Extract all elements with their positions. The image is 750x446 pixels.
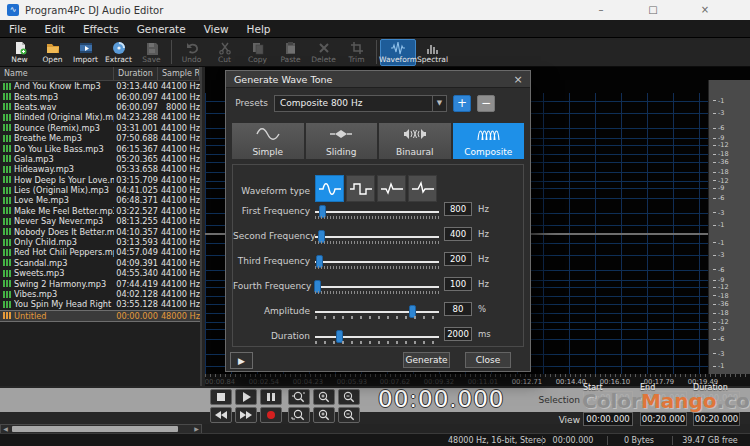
file-row[interactable]: Do You Like Bass.mp306:15.36744100 Hz [0, 143, 200, 153]
slider-track[interactable] [315, 286, 439, 288]
menu-file[interactable]: File [0, 20, 36, 38]
tab-composite[interactable]: Composite [453, 123, 525, 159]
waveform-button[interactable]: Waveform [380, 39, 416, 66]
toolbar-button-label: Open [42, 55, 62, 64]
slider-label: Second Frequency [233, 231, 310, 241]
file-row[interactable]: Vibes.mp304:02.12844100 Hz [0, 289, 200, 299]
import-button[interactable]: Import [69, 39, 102, 66]
file-row[interactable]: Love Me.mp306:48.37144100 Hz [0, 195, 200, 205]
close-button[interactable]: Close [465, 352, 511, 368]
zoom-out-horizontal-button[interactable] [338, 389, 360, 405]
file-name: Beats.wav [14, 102, 114, 112]
status-separator [607, 436, 608, 445]
column-header-name[interactable]: Name [0, 67, 114, 80]
column-header-duration[interactable]: Duration [114, 67, 158, 80]
slider-track[interactable] [315, 336, 439, 338]
time-ruler-label: 00:12.71 [512, 378, 542, 386]
dialog-title-bar[interactable]: Generate Wave Tone × [226, 71, 530, 88]
zoom-out-vertical-button[interactable] [338, 407, 360, 423]
slider-track[interactable] [315, 261, 439, 263]
file-row[interactable]: Scandal.mp304:09.39144100 Hz [0, 258, 200, 268]
file-row[interactable]: Blinded (Original Mix).mp304:23.28844100… [0, 112, 200, 122]
pulse-wave-type-icon[interactable] [408, 175, 437, 202]
scroll-left-arrow-icon[interactable]: ◀ [1, 425, 10, 433]
file-row[interactable]: Breathe Me.mp307:50.68844100 Hz [0, 133, 200, 143]
file-row[interactable]: How Deep Is Your Love.mp303:15.70944100 … [0, 175, 200, 185]
column-header-sample-rate[interactable]: Sample R [158, 67, 200, 80]
maximize-window-button[interactable]: □ [644, 1, 662, 18]
copy-pages-icon [251, 40, 265, 54]
file-row[interactable]: Make Me Feel Better.mp303:22.52744100 Hz [0, 206, 200, 216]
tab-sliding[interactable]: Sliding [306, 123, 378, 159]
view-start-field[interactable]: 00:00.000 [583, 412, 633, 426]
new-button[interactable]: New [3, 39, 36, 66]
record-button[interactable] [260, 407, 282, 423]
file-row[interactable]: Swing 2 Harmony.mp307:44.41944100 Hz [0, 278, 200, 288]
play-button[interactable] [235, 389, 257, 405]
add-preset-button[interactable]: + [453, 95, 471, 112]
file-row[interactable]: Untitled00:00.00048000 Hz [0, 310, 200, 322]
slider-value-field[interactable]: 800 [444, 202, 472, 216]
file-sample-rate: 44100 Hz [158, 175, 200, 185]
file-name: Nobody Does It Better.mp3 [14, 227, 114, 237]
slider-track[interactable] [315, 211, 439, 213]
presets-dropdown[interactable]: Composite 800 Hz ▼ [274, 95, 447, 112]
file-row[interactable]: Beats.wav06:00.0978000 Hz [0, 102, 200, 112]
slider-value-field[interactable]: 100 [444, 277, 472, 291]
zoom-selection-button[interactable] [288, 389, 310, 405]
spectral-button[interactable]: Spectral [416, 39, 449, 66]
menu-help[interactable]: Help [238, 20, 280, 38]
menu-view[interactable]: View [195, 20, 238, 38]
status-segment: 00:00.000 [553, 436, 594, 445]
stop-button[interactable] [210, 389, 232, 405]
file-row[interactable]: Nobody Does It Better.mp304:10.35744100 … [0, 226, 200, 236]
preview-play-button[interactable]: ▶ [230, 352, 253, 369]
file-row[interactable]: Gala.mp305:20.36544100 Hz [0, 154, 200, 164]
spike-wave-type-icon[interactable] [377, 175, 406, 202]
file-row[interactable]: Beats.mp306:00.09744100 Hz [0, 91, 200, 101]
slider-value-field[interactable]: 400 [444, 227, 472, 241]
slider-value-field[interactable]: 80 [444, 302, 472, 316]
tab-simple[interactable]: Simple [232, 123, 304, 159]
slider-value-field[interactable]: 200 [444, 252, 472, 266]
menu-effects[interactable]: Effects [74, 20, 128, 38]
extract-button[interactable]: Extract [102, 39, 135, 66]
toolbar-button-label: New [11, 55, 27, 64]
rewind-button[interactable] [210, 407, 232, 423]
file-row[interactable]: You Spin My Head Right Round...03:55.128… [0, 299, 200, 309]
generate-button[interactable]: Generate [403, 352, 450, 368]
file-row[interactable]: Hideaway.mp305:33.65844100 Hz [0, 164, 200, 174]
open-button[interactable]: Open [36, 39, 69, 66]
tab-binaural[interactable]: Binaural [379, 123, 451, 159]
fast-forward-button[interactable] [235, 407, 257, 423]
menu-edit[interactable]: Edit [36, 20, 74, 38]
view-duration-field[interactable]: 00:20.000 [693, 412, 740, 426]
zoom-in-vertical-button[interactable] [313, 407, 335, 423]
file-row[interactable]: Sweets.mp304:55.34044100 Hz [0, 268, 200, 278]
file-row[interactable]: Lies (Original Mix).mp304:41.02544100 Hz [0, 185, 200, 195]
slider-label: First Frequency [233, 206, 310, 216]
zoom-full-button[interactable] [288, 407, 310, 423]
sine-wave-type-icon[interactable] [315, 175, 344, 202]
file-name: You Spin My Head Right Round... [14, 299, 114, 309]
pause-button[interactable] [260, 389, 282, 405]
dialog-close-icon[interactable]: × [510, 72, 526, 87]
slider-value-field[interactable]: 2000 [444, 327, 472, 341]
slider-track[interactable] [315, 236, 439, 238]
file-row[interactable]: Bounce (Remix).mp303:31.00144100 Hz [0, 123, 200, 133]
minimize-window-button[interactable]: – [592, 1, 610, 18]
chevron-down-icon[interactable]: ▼ [432, 96, 446, 111]
file-row[interactable]: Only Child.mp303:13.59344100 Hz [0, 237, 200, 247]
square-wave-type-icon[interactable] [346, 175, 375, 202]
close-window-button[interactable]: × [696, 1, 714, 18]
remove-preset-button[interactable]: − [477, 95, 495, 112]
file-row[interactable]: And You Know It.mp303:13.44044100 Hz [0, 81, 200, 91]
file-row[interactable]: Never Say Never.mp308:13.25544100 Hz [0, 216, 200, 226]
zoom-in-horizontal-button[interactable] [313, 389, 335, 405]
view-end-field[interactable]: 00:20.000 [640, 412, 687, 426]
scroll-right-arrow-icon[interactable]: ▶ [192, 425, 201, 433]
menu-generate[interactable]: Generate [128, 20, 195, 38]
slider-track[interactable] [315, 311, 439, 313]
scrollbar-thumb[interactable] [12, 426, 178, 432]
file-row[interactable]: Red Hot Chili Peppers.mp304:57.04944100 … [0, 247, 200, 257]
